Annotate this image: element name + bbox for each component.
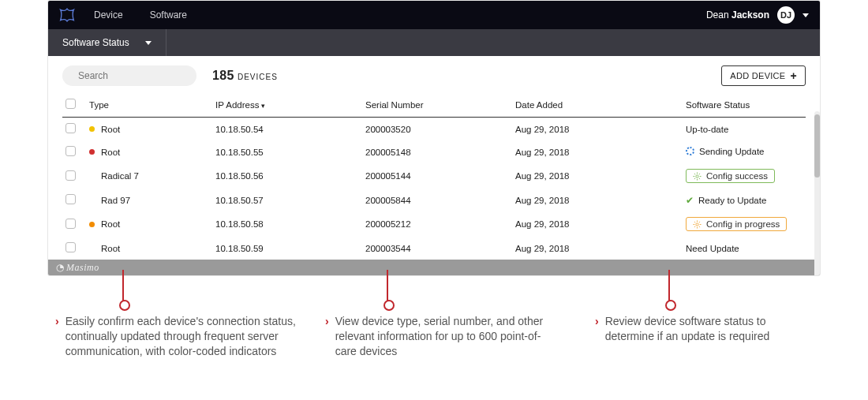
logo-icon	[59, 7, 75, 23]
content-area: 185DEVICES ADD DEVICE+ Type IP Address S…	[48, 56, 820, 260]
annotation-pin-2	[387, 270, 388, 307]
user-name[interactable]: Dean Jackson	[706, 9, 769, 21]
status-dot-icon	[89, 126, 95, 132]
status-text: Need Update	[686, 244, 739, 253]
search-box[interactable]	[62, 65, 196, 86]
type-text: Radical 7	[101, 171, 139, 181]
th-type[interactable]: Type	[86, 94, 212, 118]
brand-text: Masimo	[66, 262, 99, 274]
app-window: Device Software Dean Jackson DJ Software…	[47, 0, 821, 276]
th-ip[interactable]: IP Address	[212, 94, 362, 118]
table-row[interactable]: Root10.18.50.54200003520Aug 29, 2018Up-t…	[62, 118, 806, 141]
row-checkbox[interactable]	[65, 146, 76, 156]
status-dot-icon	[89, 149, 95, 155]
chevron-down-icon	[145, 41, 152, 45]
ip-text: 10.18.50.56	[212, 163, 362, 189]
add-device-button[interactable]: ADD DEVICE+	[721, 65, 806, 86]
ip-text: 10.18.50.54	[212, 118, 362, 141]
annotation-3: ›Review device software status to determ…	[595, 314, 784, 359]
row-checkbox[interactable]	[65, 194, 76, 204]
type-text: Root	[101, 219, 120, 229]
annotation-1: ›Easily confirm each device's connection…	[55, 314, 300, 359]
subbar-dropdown[interactable]: Software Status	[48, 29, 166, 56]
serial-text: 200005144	[362, 163, 512, 189]
row-checkbox[interactable]	[65, 123, 76, 133]
ip-text: 10.18.50.59	[212, 237, 362, 260]
th-date[interactable]: Date Added	[512, 94, 662, 118]
status-text: Up-to-date	[686, 125, 728, 134]
status-text: Sending Update	[686, 147, 764, 156]
annotation-pin-3	[668, 270, 670, 307]
row-checkbox[interactable]	[65, 219, 76, 229]
th-status[interactable]: Software Status	[662, 94, 806, 118]
date-text: Aug 29, 2018	[512, 140, 662, 163]
table-row[interactable]: Radical 710.18.50.56200005144Aug 29, 201…	[62, 163, 806, 189]
status-badge: Config success	[686, 169, 775, 183]
avatar[interactable]: DJ	[777, 6, 795, 24]
date-text: Aug 29, 2018	[512, 211, 662, 237]
date-text: Aug 29, 2018	[512, 237, 662, 260]
footer-brand-strip: ◔ Masimo	[48, 260, 820, 275]
ip-text: 10.18.50.57	[212, 189, 362, 211]
status-dot-icon	[89, 197, 95, 203]
scrollbar[interactable]	[814, 111, 820, 276]
annotation-pin-1	[122, 270, 124, 307]
table-row[interactable]: Root10.18.50.59200003544Aug 29, 2018Need…	[62, 237, 806, 260]
status-badge: Config in progress	[686, 217, 787, 231]
plus-icon: +	[791, 70, 797, 81]
type-text: Root	[101, 125, 120, 134]
devices-table: Type IP Address Serial Number Date Added…	[62, 94, 806, 260]
check-icon: ✔	[686, 195, 694, 206]
table-row[interactable]: Root10.18.50.55200005148Aug 29, 2018Send…	[62, 140, 806, 163]
nav-software[interactable]: Software	[150, 9, 187, 21]
sub-bar: Software Status	[48, 29, 820, 56]
date-text: Aug 29, 2018	[512, 163, 662, 189]
row-checkbox[interactable]	[65, 242, 76, 252]
subbar-label: Software Status	[62, 37, 129, 48]
row-checkbox[interactable]	[65, 170, 76, 181]
nav-device[interactable]: Device	[94, 9, 123, 21]
ip-text: 10.18.50.58	[212, 211, 362, 237]
date-text: Aug 29, 2018	[512, 118, 662, 141]
serial-text: 200005212	[362, 211, 512, 237]
checkbox-all[interactable]	[65, 99, 76, 109]
status-text: ✔Ready to Update	[686, 195, 766, 206]
status-dot-icon	[89, 174, 95, 179]
table-row[interactable]: Rad 9710.18.50.57200005844Aug 29, 2018✔R…	[62, 189, 806, 211]
annotation-2: ›View device type, serial number, and ot…	[325, 314, 554, 359]
table-row[interactable]: Root10.18.50.58200005212Aug 29, 2018Conf…	[62, 211, 806, 237]
device-count: 185DEVICES	[212, 69, 278, 83]
date-text: Aug 29, 2018	[512, 189, 662, 211]
status-dot-icon	[89, 245, 95, 251]
user-menu-caret-icon[interactable]	[803, 13, 809, 17]
status-dot-icon	[89, 222, 95, 227]
th-serial[interactable]: Serial Number	[362, 94, 512, 118]
serial-text: 200003520	[362, 118, 512, 141]
serial-text: 200005148	[362, 140, 512, 163]
top-nav: Device Software Dean Jackson DJ	[48, 1, 820, 29]
type-text: Root	[101, 244, 120, 253]
spinner-icon	[686, 147, 694, 155]
svg-point-3	[696, 222, 698, 225]
type-text: Rad 97	[101, 196, 130, 205]
type-text: Root	[101, 148, 120, 157]
serial-text: 200005844	[362, 189, 512, 211]
ip-text: 10.18.50.55	[212, 140, 362, 163]
brand-icon: ◔	[56, 262, 64, 274]
search-input[interactable]	[78, 70, 196, 81]
serial-text: 200003544	[362, 237, 512, 260]
annotations: ›Easily confirm each device's connection…	[0, 276, 868, 359]
svg-point-2	[696, 174, 698, 177]
